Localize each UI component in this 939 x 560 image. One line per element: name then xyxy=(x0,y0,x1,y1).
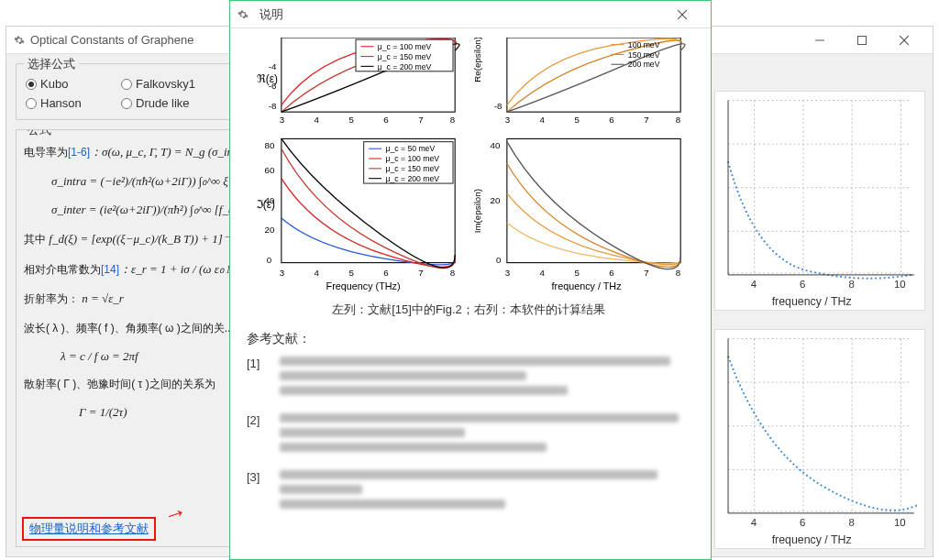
svg-text:5: 5 xyxy=(574,268,579,278)
chart-re-eps-left: -8-6-4 ℜ(ε) 345678 μ_c = 100 meV μ_c = 1… xyxy=(247,38,465,126)
svg-text:8: 8 xyxy=(450,268,455,278)
svg-text:Frequency (THz): Frequency (THz) xyxy=(326,280,401,291)
svg-text:5: 5 xyxy=(348,115,353,125)
svg-text:3: 3 xyxy=(505,268,510,278)
reference-item: [3] xyxy=(247,470,690,514)
svg-text:frequency / THz: frequency / THz xyxy=(552,280,623,291)
svg-text:80: 80 xyxy=(264,141,274,151)
svg-text:frequency / THz: frequency / THz xyxy=(772,533,852,546)
window-close-button[interactable] xyxy=(883,27,925,53)
radio-drude-like[interactable]: Drude like xyxy=(121,96,204,110)
svg-text:μ_c = 50 meV: μ_c = 50 meV xyxy=(385,145,435,154)
svg-text:6: 6 xyxy=(800,279,805,290)
chart-re-eps-right: -8 Re(epsilon) 345678 100 meV 150 meV 20… xyxy=(472,38,690,126)
svg-text:8: 8 xyxy=(676,115,680,125)
svg-text:ℑ(ε): ℑ(ε) xyxy=(256,198,275,211)
chart-caption: 左列：文献[15]中的Fig.2；右列：本软件的计算结果 xyxy=(247,302,690,318)
svg-text:-4: -4 xyxy=(269,61,277,71)
formula-group-label: 公式 xyxy=(24,129,55,138)
svg-text:7: 7 xyxy=(418,268,423,278)
svg-text:60: 60 xyxy=(264,166,274,176)
svg-text:6: 6 xyxy=(383,268,388,278)
svg-text:0: 0 xyxy=(267,255,272,265)
svg-text:μ_c = 100 meV: μ_c = 100 meV xyxy=(378,42,432,51)
svg-text:6: 6 xyxy=(609,115,613,125)
select-formula-label: 选择公式 xyxy=(24,56,79,72)
svg-text:40: 40 xyxy=(490,141,500,151)
reference-item: [2] xyxy=(247,413,690,457)
svg-text:7: 7 xyxy=(644,268,648,278)
svg-text:-8: -8 xyxy=(269,101,277,111)
svg-text:μ_c = 150 meV: μ_c = 150 meV xyxy=(378,52,432,61)
svg-text:200 meV: 200 meV xyxy=(628,60,660,69)
svg-text:8: 8 xyxy=(848,517,854,528)
svg-text:ℜ(ε): ℜ(ε) xyxy=(257,72,278,85)
left-panel: 选择公式 Kubo Falkovsky1 Hanson Drude like 公… xyxy=(6,54,236,556)
svg-text:150 meV: 150 meV xyxy=(628,50,660,60)
svg-text:6: 6 xyxy=(800,517,805,528)
svg-text:μ_c = 200 meV: μ_c = 200 meV xyxy=(385,174,439,183)
svg-text:3: 3 xyxy=(280,268,284,278)
dialog-titlebar[interactable]: 说明 xyxy=(230,1,711,28)
svg-text:8: 8 xyxy=(450,115,455,125)
svg-text:-8: -8 xyxy=(494,101,503,111)
help-dialog: 说明 -8-6-4 ℜ(ε) 345678 μ_c = 100 meV μ_c … xyxy=(229,0,712,560)
main-plot-upper: 46810 frequency / THz xyxy=(714,91,925,311)
svg-text:3: 3 xyxy=(280,115,284,125)
formula-group: 公式 电导率为[1-6] ：σ(ω, μ_c, Γ, T) = N_g (σ_i… xyxy=(16,129,236,547)
gear-icon xyxy=(238,9,249,20)
svg-text:frequency / THz: frequency / THz xyxy=(772,295,852,308)
svg-text:6: 6 xyxy=(383,115,388,125)
svg-text:Im(epsilon): Im(epsilon) xyxy=(472,189,482,233)
svg-text:μ_c = 200 meV: μ_c = 200 meV xyxy=(378,62,432,71)
svg-text:6: 6 xyxy=(609,268,613,278)
dialog-body[interactable]: -8-6-4 ℜ(ε) 345678 μ_c = 100 meV μ_c = 1… xyxy=(230,28,711,559)
svg-rect-1 xyxy=(858,36,867,44)
svg-text:3: 3 xyxy=(505,115,510,125)
svg-text:8: 8 xyxy=(848,279,854,290)
svg-text:7: 7 xyxy=(418,115,423,125)
svg-text:4: 4 xyxy=(540,268,546,278)
svg-text:100 meV: 100 meV xyxy=(628,40,660,49)
svg-text:μ_c = 150 meV: μ_c = 150 meV xyxy=(385,164,439,173)
svg-text:20: 20 xyxy=(264,225,274,236)
red-arrow-annotation: → xyxy=(160,497,191,532)
radio-falkovsky1[interactable]: Falkovsky1 xyxy=(121,77,204,91)
svg-text:4: 4 xyxy=(751,279,757,290)
svg-text:4: 4 xyxy=(315,268,320,278)
radio-hanson[interactable]: Hanson xyxy=(26,96,108,110)
svg-text:0: 0 xyxy=(496,255,502,265)
svg-text:Re(epsilon): Re(epsilon) xyxy=(472,38,482,82)
main-plot-lower: 46810 frequency / THz xyxy=(714,329,925,549)
svg-text:μ_c = 100 meV: μ_c = 100 meV xyxy=(385,155,439,164)
svg-rect-96 xyxy=(507,139,680,263)
dialog-close-button[interactable] xyxy=(661,2,703,27)
dialog-title-text: 说明 xyxy=(260,6,283,23)
svg-text:7: 7 xyxy=(644,115,648,125)
svg-text:5: 5 xyxy=(348,268,353,278)
svg-text:10: 10 xyxy=(894,517,906,528)
minimize-button[interactable] xyxy=(799,27,841,53)
svg-text:4: 4 xyxy=(540,115,546,125)
svg-text:4: 4 xyxy=(751,517,757,528)
svg-text:5: 5 xyxy=(574,115,579,125)
radio-kubo[interactable]: Kubo xyxy=(26,77,108,91)
reference-link-highlight: 物理量说明和参考文献 xyxy=(22,517,156,541)
references-heading: 参考文献： xyxy=(247,331,690,347)
chart-im-eps-left: 020406080 ℑ(ε) 345678 Frequency (THz) μ_… xyxy=(247,134,465,292)
gear-icon xyxy=(14,35,25,46)
chart-im-eps-right: 02040 Im(epsilon) 345678 frequency / THz xyxy=(472,134,690,292)
select-formula-group: 选择公式 Kubo Falkovsky1 Hanson Drude like xyxy=(16,63,236,120)
svg-text:8: 8 xyxy=(676,268,680,278)
svg-text:10: 10 xyxy=(894,279,906,290)
svg-text:20: 20 xyxy=(490,195,500,205)
reference-item: [1] xyxy=(247,357,690,401)
formula-content: 电导率为[1-6] ：σ(ω, μ_c, Γ, T) = N_g (σ_intr… xyxy=(24,141,227,423)
maximize-button[interactable] xyxy=(841,27,883,53)
svg-text:4: 4 xyxy=(315,115,320,125)
reference-link[interactable]: 物理量说明和参考文献 xyxy=(29,522,149,535)
